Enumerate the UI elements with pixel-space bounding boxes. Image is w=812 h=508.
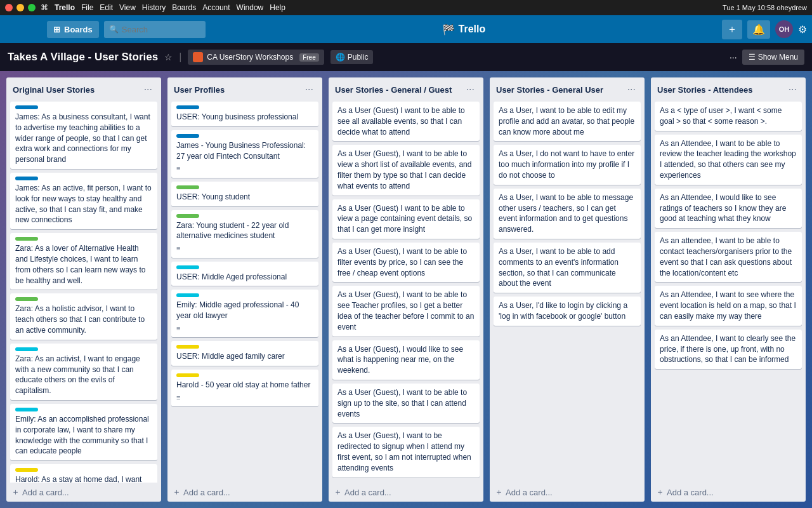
list-menu-btn-general-user[interactable]: ··· bbox=[625, 83, 638, 97]
menu-account[interactable]: Account bbox=[202, 3, 230, 12]
add-card-btn-attendees[interactable]: ＋Add a card... bbox=[651, 483, 806, 502]
list-menu-btn-user-profiles[interactable]: ··· bbox=[303, 83, 316, 97]
card-user-profiles-4[interactable]: USER: Middle Aged professional bbox=[171, 262, 318, 286]
menu-help[interactable]: Help bbox=[270, 3, 285, 12]
separator: | bbox=[179, 51, 181, 63]
close-button[interactable] bbox=[5, 4, 13, 11]
add-button[interactable]: ＋ bbox=[722, 20, 742, 39]
card-desc-icon-user-profiles-5: ≡ bbox=[176, 324, 313, 333]
add-card-btn-user-profiles[interactable]: ＋Add a card... bbox=[167, 483, 322, 502]
workspace-name: CA UserStory Workshops bbox=[207, 53, 293, 62]
card-original-2[interactable]: Zara: As a lover of Alternative Health a… bbox=[10, 233, 157, 290]
card-general-guest-2[interactable]: As a User (Guest) I want to be able to v… bbox=[332, 199, 480, 239]
card-user-profiles-6[interactable]: USER: Middle aged family carer bbox=[171, 341, 318, 366]
add-card-btn-original[interactable]: ＋Add a card... bbox=[6, 483, 161, 502]
star-icon[interactable]: ☆ bbox=[164, 52, 173, 62]
card-label-user-profiles-5 bbox=[176, 293, 199, 297]
card-attendees-3[interactable]: As an attendee, I want to be able to con… bbox=[655, 232, 802, 282]
add-card-label: Add a card... bbox=[344, 488, 391, 497]
public-badge[interactable]: 🌐 Public bbox=[331, 50, 374, 64]
menu-boards[interactable]: Boards bbox=[172, 3, 196, 12]
card-general-user-0[interactable]: As a User, I want to be able to edit my … bbox=[494, 102, 641, 141]
card-original-0[interactable]: James: As a business consultant, I want … bbox=[10, 102, 157, 169]
cards-container-attendees: As a < type of user >, I want < some goa… bbox=[651, 99, 806, 483]
cards-container-general-user: As a User, I want to be able to edit my … bbox=[490, 99, 645, 483]
menu-view[interactable]: View bbox=[119, 3, 136, 12]
card-general-guest-7[interactable]: As a User (Guest), I want to be redirect… bbox=[332, 427, 480, 477]
list-menu-btn-general-guest[interactable]: ··· bbox=[464, 83, 477, 97]
card-general-guest-1[interactable]: As a User (Guest), I want to be able to … bbox=[332, 145, 480, 195]
app-bar-left: ⊞ Boards 🔍 bbox=[5, 21, 206, 38]
card-attendees-1[interactable]: As an Attendee, I want to be able to rev… bbox=[655, 135, 802, 185]
boards-button[interactable]: ⊞ Boards bbox=[47, 21, 99, 38]
add-card-btn-general-user[interactable]: ＋Add a card... bbox=[490, 483, 645, 502]
card-general-user-2[interactable]: As a User, I want to be able to message … bbox=[494, 189, 641, 239]
card-text-original-0: James: As a business consultant, I want … bbox=[15, 112, 152, 165]
card-label-original-5 bbox=[15, 408, 38, 411]
card-general-guest-3[interactable]: As a User (Guest), I want to be able to … bbox=[332, 243, 480, 282]
card-original-3[interactable]: Zara: As a holistic advisor, I want to t… bbox=[10, 293, 157, 339]
list-general-guest: User Stories - General / Guest···As a Us… bbox=[329, 77, 483, 502]
card-attendees-2[interactable]: As an Attendee, I would like to see rati… bbox=[655, 189, 802, 228]
add-card-btn-general-guest[interactable]: ＋Add a card... bbox=[329, 483, 483, 502]
menu-window[interactable]: Window bbox=[237, 3, 264, 12]
card-original-4[interactable]: Zara: As an activist, I want to engage w… bbox=[10, 344, 157, 400]
menu-trello[interactable]: Trello bbox=[55, 3, 75, 12]
public-label: Public bbox=[348, 53, 369, 62]
card-original-1[interactable]: James: As an active, fit person, I want … bbox=[10, 173, 157, 229]
more-button[interactable]: ··· bbox=[730, 52, 737, 62]
card-desc-icon-user-profiles-7: ≡ bbox=[176, 393, 313, 403]
card-attendees-4[interactable]: As an Attendee, I want to see where the … bbox=[655, 286, 802, 325]
list-original: Original User Stories···James: As a busi… bbox=[6, 77, 161, 502]
card-label-user-profiles-0 bbox=[176, 105, 199, 109]
list-menu-btn-original[interactable]: ··· bbox=[141, 83, 155, 97]
card-general-guest-6[interactable]: As a User (Guest), I want to be able to … bbox=[332, 384, 480, 423]
search-input[interactable] bbox=[104, 21, 206, 38]
list-header-original: Original User Stories··· bbox=[6, 77, 161, 99]
card-user-profiles-7[interactable]: Harold - 50 year old stay at home father… bbox=[171, 370, 318, 406]
card-original-5[interactable]: Emily: As an accomplished professional i… bbox=[10, 404, 157, 460]
card-general-guest-0[interactable]: As a User (Guest) I want to be able to s… bbox=[332, 102, 480, 141]
card-label-user-profiles-2 bbox=[176, 185, 199, 189]
board-titlebar-right: ··· ☰ Show Menu bbox=[730, 50, 804, 65]
card-user-profiles-5[interactable]: Emily: Middle aged professional - 40 yea… bbox=[171, 290, 318, 337]
card-user-profiles-3[interactable]: Zara: Young student - 22 year old altern… bbox=[171, 210, 318, 258]
card-user-profiles-0[interactable]: USER: Young business professional bbox=[171, 102, 318, 126]
card-user-profiles-1[interactable]: James - Young Business Professional: 27 … bbox=[171, 130, 318, 178]
menubar-right: Tue 1 May 10:58 oheydrew bbox=[723, 4, 807, 11]
card-general-user-4[interactable]: As a User, I'd like to login by clicking… bbox=[494, 297, 641, 326]
card-text-general-guest-3: As a User (Guest), I want to be able to … bbox=[337, 246, 475, 278]
menu-file[interactable]: File bbox=[81, 3, 93, 12]
cards-container-general-guest: As a User (Guest) I want to be able to s… bbox=[329, 99, 483, 483]
card-desc-icon-user-profiles-3: ≡ bbox=[176, 244, 313, 253]
card-general-user-3[interactable]: As a User, I want to be able to add comm… bbox=[494, 243, 641, 293]
maximize-button[interactable] bbox=[28, 4, 36, 11]
trello-logo-icon: 🏁 bbox=[442, 23, 455, 36]
card-text-user-profiles-4: USER: Middle Aged professional bbox=[176, 272, 313, 283]
card-text-attendees-0: As a < type of user >, I want < some goa… bbox=[660, 105, 797, 127]
app-bar-right: ＋ 🔔 OH ⚙ bbox=[722, 20, 807, 39]
workspace-badge[interactable]: CA UserStory Workshops Free bbox=[188, 50, 324, 65]
cards-container-user-profiles: USER: Young business professionalJames -… bbox=[167, 99, 322, 483]
card-attendees-5[interactable]: As an Attendee, I want to clearly see th… bbox=[655, 330, 802, 369]
mac-menubar: ⌘ Trello File Edit View History Boards A… bbox=[0, 0, 812, 15]
list-menu-btn-attendees[interactable]: ··· bbox=[786, 83, 799, 97]
card-desc-icon-user-profiles-1: ≡ bbox=[176, 164, 313, 173]
show-menu-button[interactable]: ☰ Show Menu bbox=[742, 50, 804, 65]
card-general-guest-5[interactable]: As a User (Guest), I would like to see w… bbox=[332, 340, 480, 380]
card-general-user-1[interactable]: As a User, I do not want to have to ente… bbox=[494, 145, 641, 184]
menu-edit[interactable]: Edit bbox=[100, 3, 113, 12]
card-user-profiles-2[interactable]: USER: Young student bbox=[171, 182, 318, 206]
minimize-button[interactable] bbox=[16, 4, 24, 11]
settings-button[interactable]: ⚙ bbox=[798, 23, 807, 36]
card-label-user-profiles-6 bbox=[176, 345, 199, 349]
avatar[interactable]: OH bbox=[775, 20, 793, 38]
menu-history[interactable]: History bbox=[142, 3, 166, 12]
list-user-profiles: User Profiles···USER: Young business pro… bbox=[167, 77, 322, 502]
apple-menu[interactable]: ⌘ bbox=[41, 3, 48, 12]
notification-button[interactable]: 🔔 bbox=[747, 20, 770, 39]
card-attendees-0[interactable]: As a < type of user >, I want < some goa… bbox=[655, 102, 802, 131]
card-original-6[interactable]: Harold: As a stay at home dad, I want so… bbox=[10, 464, 157, 483]
card-general-guest-4[interactable]: As a User (Guest), I want to be able to … bbox=[332, 286, 480, 336]
board-title: Takes A Village - User Stories bbox=[8, 51, 158, 64]
